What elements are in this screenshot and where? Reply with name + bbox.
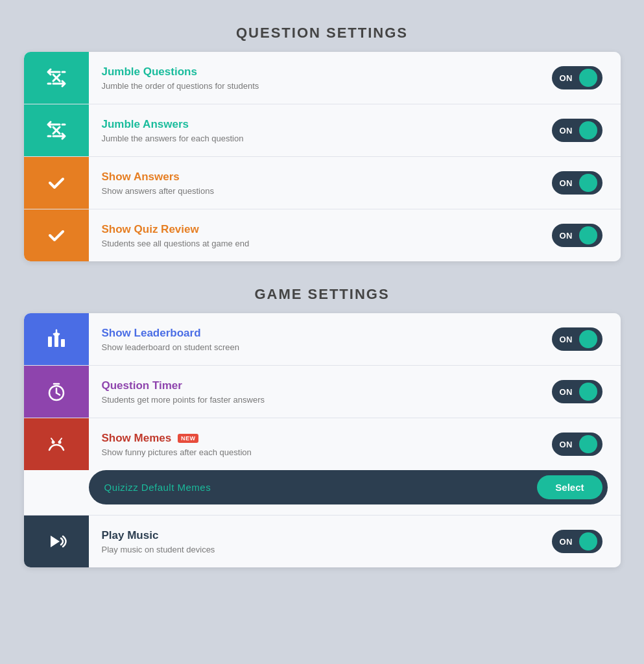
- jumble-questions-desc: Jumble the order of questions for studen…: [102, 81, 521, 91]
- show-answers-desc: Show answers after questions: [102, 186, 521, 196]
- show-leaderboard-toggle[interactable]: ON: [552, 327, 602, 351]
- show-memes-toggle-wrap[interactable]: ON: [534, 433, 621, 456]
- show-quiz-review-toggle-wrap[interactable]: ON: [534, 224, 621, 247]
- show-memes-title: Show Memes NEW: [102, 432, 521, 445]
- show-memes-row: Show Memes NEW Show funny pictures after…: [24, 418, 621, 516]
- show-answers-toggle[interactable]: ON: [552, 171, 602, 195]
- question-timer-icon: [24, 366, 89, 418]
- show-leaderboard-toggle-label: ON: [560, 335, 573, 344]
- question-timer-desc: Students get more points for faster answ…: [102, 395, 521, 405]
- game-settings-card: Show Leaderboard Show leaderboard on stu…: [24, 313, 621, 567]
- show-quiz-review-toggle[interactable]: ON: [552, 224, 602, 247]
- show-answers-toggle-wrap[interactable]: ON: [534, 171, 621, 195]
- show-quiz-review-toggle-label: ON: [560, 231, 573, 241]
- play-music-row: Play Music Play music on student devices…: [24, 516, 621, 567]
- show-answers-content: Show Answers Show answers after question…: [89, 161, 534, 205]
- show-leaderboard-row: Show Leaderboard Show leaderboard on stu…: [24, 313, 621, 366]
- play-music-title: Play Music: [102, 529, 521, 542]
- show-answers-title: Show Answers: [102, 171, 521, 184]
- question-timer-row: Question Timer Students get more points …: [24, 366, 621, 418]
- jumble-questions-content: Jumble Questions Jumble the order of que…: [89, 56, 534, 100]
- play-music-toggle-circle: [579, 532, 597, 551]
- question-timer-toggle-wrap[interactable]: ON: [534, 380, 621, 403]
- select-meme-button[interactable]: Select: [537, 475, 602, 499]
- jumble-answers-icon: [24, 104, 89, 156]
- play-music-toggle-label: ON: [560, 537, 573, 547]
- question-timer-toggle[interactable]: ON: [552, 380, 602, 403]
- jumble-answers-toggle-circle: [579, 121, 597, 139]
- show-memes-toggle-label: ON: [560, 440, 573, 449]
- jumble-answers-toggle-wrap[interactable]: ON: [534, 119, 621, 142]
- show-quiz-review-row: Show Quiz Review Students see all questi…: [24, 209, 621, 261]
- jumble-questions-toggle-wrap[interactable]: ON: [534, 66, 621, 89]
- question-timer-toggle-circle: [579, 383, 597, 401]
- jumble-questions-row: Jumble Questions Jumble the order of que…: [24, 52, 621, 104]
- show-answers-row: Show Answers Show answers after question…: [24, 157, 621, 209]
- question-timer-title: Question Timer: [102, 379, 521, 392]
- play-music-icon: [24, 516, 89, 567]
- show-answers-toggle-label: ON: [560, 178, 573, 188]
- jumble-questions-title: Jumble Questions: [102, 65, 521, 78]
- play-music-toggle[interactable]: ON: [552, 530, 602, 553]
- show-quiz-review-desc: Students see all questions at game end: [102, 239, 521, 248]
- jumble-answers-row: Jumble Answers Jumble the answers for ea…: [24, 104, 621, 157]
- meme-selector: Quizizz Default Memes Select: [89, 470, 608, 504]
- question-timer-toggle-label: ON: [560, 387, 573, 397]
- jumble-answers-desc: Jumble the answers for each question: [102, 134, 521, 143]
- show-memes-toggle[interactable]: ON: [552, 433, 602, 456]
- jumble-questions-toggle-circle: [579, 69, 597, 87]
- show-memes-toggle-circle: [579, 435, 597, 453]
- show-answers-toggle-circle: [579, 174, 597, 192]
- show-leaderboard-desc: Show leaderboard on student screen: [102, 342, 521, 352]
- show-quiz-review-icon: [24, 209, 89, 261]
- jumble-answers-toggle[interactable]: ON: [552, 119, 602, 142]
- show-answers-icon: [24, 157, 89, 209]
- jumble-questions-icon: [24, 52, 89, 104]
- show-leaderboard-icon: [24, 313, 89, 365]
- svg-marker-6: [51, 536, 60, 547]
- show-memes-content: Show Memes NEW Show funny pictures after…: [89, 423, 534, 466]
- play-music-toggle-wrap[interactable]: ON: [534, 530, 621, 553]
- question-settings-title: QUESTION SETTINGS: [236, 25, 408, 42]
- meme-selector-label: Quizizz Default Memes: [104, 482, 211, 493]
- svg-rect-0: [48, 337, 52, 347]
- jumble-answers-content: Jumble Answers Jumble the answers for ea…: [89, 109, 534, 152]
- show-quiz-review-content: Show Quiz Review Students see all questi…: [89, 214, 534, 257]
- question-settings-card: Jumble Questions Jumble the order of que…: [24, 52, 621, 261]
- show-memes-icon: [24, 418, 89, 470]
- show-memes-desc: Show funny pictures after each question: [102, 447, 521, 457]
- show-memes-row-main: Show Memes NEW Show funny pictures after…: [24, 418, 621, 470]
- show-quiz-review-title: Show Quiz Review: [102, 223, 521, 236]
- jumble-questions-toggle[interactable]: ON: [552, 66, 602, 89]
- question-timer-content: Question Timer Students get more points …: [89, 370, 534, 414]
- new-badge: NEW: [178, 434, 199, 443]
- show-leaderboard-content: Show Leaderboard Show leaderboard on stu…: [89, 318, 534, 361]
- show-quiz-review-toggle-circle: [579, 226, 597, 244]
- jumble-answers-title: Jumble Answers: [102, 118, 521, 131]
- play-music-desc: Play music on student devices: [102, 545, 521, 554]
- play-music-content: Play Music Play music on student devices: [89, 520, 534, 563]
- jumble-questions-toggle-label: ON: [560, 73, 573, 83]
- svg-rect-2: [61, 339, 65, 347]
- show-leaderboard-toggle-circle: [579, 330, 597, 348]
- show-leaderboard-toggle-wrap[interactable]: ON: [534, 327, 621, 351]
- jumble-answers-toggle-label: ON: [560, 126, 573, 136]
- show-leaderboard-title: Show Leaderboard: [102, 327, 521, 340]
- game-settings-title: GAME SETTINGS: [254, 286, 389, 303]
